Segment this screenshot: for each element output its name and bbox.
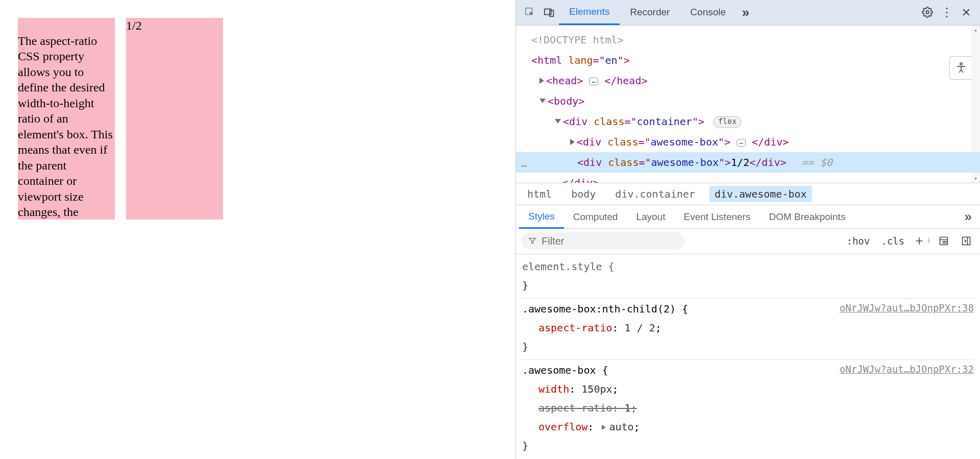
- scroll-down-icon[interactable]: ▾: [971, 174, 980, 183]
- prop-aspect-ratio-overridden[interactable]: aspect-ratio: 1;: [522, 399, 974, 418]
- styles-tabbar: Styles Computed Layout Event Listeners D…: [516, 205, 980, 229]
- hov-toggle-button[interactable]: :hov: [843, 235, 873, 247]
- crumb-awesome-box[interactable]: div.awesome-box: [709, 186, 812, 202]
- filter-icon: [528, 237, 536, 245]
- devtools-tabbar: Elements Recorder Console » ⋮: [516, 0, 980, 26]
- styles-overflow-icon[interactable]: »: [960, 209, 977, 225]
- toggle-sidebar-icon[interactable]: [958, 236, 975, 246]
- dom-container[interactable]: <div class="container"> flex: [516, 111, 980, 132]
- dom-box-1[interactable]: <div class="awesome-box"> … </div>: [516, 132, 980, 152]
- tab-layout[interactable]: Layout: [627, 205, 674, 228]
- rule-nth-child[interactable]: oNrJWJw?aut…bJOnpPXr:38 .awesome-box:nth…: [522, 299, 974, 360]
- close-icon[interactable]: [957, 7, 976, 17]
- awesome-box-2[interactable]: 1/2: [126, 18, 223, 220]
- svg-point-4: [960, 63, 962, 65]
- crumb-html[interactable]: html: [522, 186, 557, 202]
- selector-nth-child[interactable]: .awesome-box:nth-child(2) {: [522, 303, 688, 315]
- rule-element-style[interactable]: element.style { }: [522, 256, 974, 299]
- awesome-box-1[interactable]: The aspect-ratio CSS property allows you…: [18, 18, 115, 220]
- tab-elements[interactable]: Elements: [559, 1, 620, 26]
- dom-html[interactable]: <html lang="en">: [516, 50, 980, 70]
- rule-source-link[interactable]: oNrJWJw?aut…bJOnpPXr:38: [840, 299, 974, 318]
- brace-close: }: [522, 279, 528, 292]
- ellipsis-icon[interactable]: …: [589, 78, 598, 85]
- brace-close: }: [522, 341, 528, 353]
- styles-rules[interactable]: element.style { } oNrJWJw?aut…bJOnpPXr:3…: [516, 254, 980, 459]
- brace-close: }: [522, 440, 528, 452]
- computed-panel-icon[interactable]: [935, 236, 952, 246]
- accessibility-icon[interactable]: [949, 56, 973, 80]
- tab-console[interactable]: Console: [680, 0, 736, 25]
- filter-input[interactable]: Filter: [521, 232, 684, 250]
- selected-marker: == $0: [802, 156, 832, 168]
- dom-body[interactable]: <body>: [516, 91, 980, 111]
- prop-overflow[interactable]: overflow: auto;: [522, 418, 974, 437]
- crumb-container[interactable]: div.container: [610, 186, 700, 202]
- expand-shorthand-icon[interactable]: [602, 425, 606, 430]
- selector-element-style[interactable]: element.style {: [522, 260, 615, 273]
- kebab-menu-icon[interactable]: ⋮: [937, 5, 957, 19]
- filter-placeholder: Filter: [542, 235, 564, 247]
- selector-awesome-box[interactable]: .awesome-box {: [522, 364, 608, 376]
- scroll-up-icon[interactable]: ▴: [971, 26, 980, 34]
- dom-doctype[interactable]: <!DOCTYPE html>: [516, 30, 980, 50]
- tab-dom-breakpoints[interactable]: DOM Breakpoints: [760, 205, 854, 228]
- tabs-overflow-icon[interactable]: »: [736, 5, 755, 20]
- prop-width[interactable]: width: 150px;: [522, 380, 974, 399]
- dom-head[interactable]: <head> … </head>: [516, 70, 980, 91]
- svg-point-3: [926, 11, 929, 14]
- rendered-page: The aspect-ratio CSS property allows you…: [0, 0, 516, 459]
- tab-recorder[interactable]: Recorder: [620, 0, 680, 25]
- dom-box-2-selected[interactable]: ⋯ <div class="awesome-box">1/2</div> == …: [516, 152, 980, 173]
- crumb-body[interactable]: body: [566, 186, 601, 202]
- node-menu-icon[interactable]: ⋯: [521, 155, 527, 176]
- flex-badge[interactable]: flex: [714, 116, 741, 128]
- settings-icon[interactable]: [918, 7, 937, 18]
- tab-styles[interactable]: Styles: [519, 206, 564, 229]
- ellipsis-icon[interactable]: …: [737, 139, 746, 147]
- inspect-icon[interactable]: [520, 7, 540, 18]
- rule-source-link[interactable]: oNrJWJw?aut…bJOnpPXr:32: [840, 360, 974, 379]
- tab-event-listeners[interactable]: Event Listeners: [674, 205, 760, 228]
- rule-awesome-box[interactable]: oNrJWJw?aut…bJOnpPXr:32 .awesome-box { w…: [522, 360, 974, 458]
- cls-toggle-button[interactable]: .cls: [878, 235, 908, 247]
- container: The aspect-ratio CSS property allows you…: [18, 18, 498, 220]
- breadcrumb: html body div.container div.awesome-box: [516, 183, 980, 206]
- dom-container-close[interactable]: </div>: [516, 173, 980, 183]
- prop-aspect-ratio-2[interactable]: aspect-ratio: 1 / 2;: [522, 319, 974, 337]
- dom-tree[interactable]: ▴ ▾ <!DOCTYPE html> <html lang="en"> <he…: [516, 26, 980, 183]
- devtools-panel: Elements Recorder Console » ⋮ ▴ ▾ <!DOCT…: [516, 0, 980, 459]
- new-rule-icon[interactable]: ⸡: [913, 236, 930, 246]
- device-toolbar-icon[interactable]: [540, 7, 559, 18]
- styles-filter-bar: Filter :hov .cls ⸡: [516, 229, 980, 254]
- tab-computed[interactable]: Computed: [564, 205, 627, 228]
